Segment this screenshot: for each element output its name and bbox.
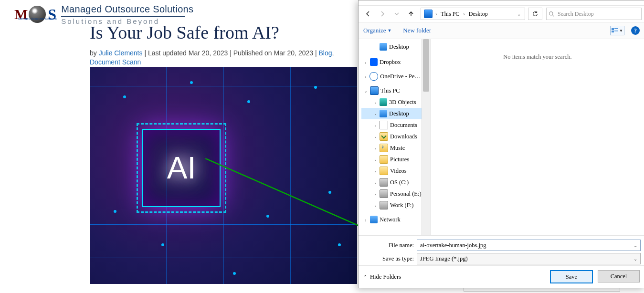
article-title: Is Your Job Safe from AI? bbox=[90, 23, 357, 43]
breadcrumb-root[interactable]: This PC bbox=[438, 10, 462, 18]
meta-updated: Last updated Mar 20, 2023 bbox=[148, 49, 228, 57]
save-button[interactable]: Save bbox=[550, 270, 593, 283]
view-options-button[interactable]: ▼ bbox=[610, 26, 624, 35]
dropbox-icon bbox=[370, 58, 378, 66]
svg-rect-4 bbox=[612, 28, 614, 30]
tree-documents[interactable]: ›Documents bbox=[361, 119, 422, 131]
logo-mark: M S bbox=[14, 6, 56, 23]
filetype-label: Save as type: bbox=[362, 255, 414, 262]
download-icon bbox=[380, 132, 388, 141]
hero-image[interactable]: AI bbox=[90, 67, 357, 284]
logo-tiny-caption: Managed Outsource Solutions bbox=[18, 17, 57, 20]
cube-icon bbox=[380, 98, 387, 106]
ai-chip-graphic: AI bbox=[142, 129, 221, 207]
pc-icon bbox=[370, 86, 379, 95]
cloud-icon bbox=[370, 72, 378, 81]
filename-fields: File name: ai-overtake-human-jobs.jpg ⌄ … bbox=[359, 235, 644, 265]
drive-icon bbox=[380, 178, 388, 187]
videos-icon bbox=[380, 167, 388, 175]
chevron-down-icon: ▼ bbox=[387, 28, 391, 33]
navpane-scrollbar[interactable] bbox=[422, 39, 430, 235]
document-icon bbox=[380, 121, 388, 129]
search-placeholder: Search Desktop bbox=[558, 10, 594, 18]
tree-network[interactable]: ›Network bbox=[361, 214, 422, 225]
tree-dropbox[interactable]: ›Dropbox bbox=[361, 56, 422, 68]
music-icon bbox=[380, 144, 388, 152]
meta-published: Published on Mar 20, 2023 bbox=[233, 49, 313, 57]
hide-folders-toggle[interactable]: ⌃ Hide Folders bbox=[363, 273, 401, 281]
tree-3d-objects[interactable]: ›3D Objects bbox=[361, 96, 422, 108]
svg-line-3 bbox=[552, 15, 554, 16]
chevron-down-icon[interactable]: ⌄ bbox=[633, 256, 637, 262]
svg-rect-5 bbox=[614, 28, 618, 29]
tree-pictures[interactable]: ›Pictures bbox=[361, 154, 422, 165]
svg-rect-7 bbox=[614, 31, 618, 31]
tree-drive-f[interactable]: ›Work (F:) bbox=[361, 199, 422, 211]
tree-desktop-quick[interactable]: Desktop bbox=[361, 41, 422, 52]
nav-up-button[interactable] bbox=[404, 7, 418, 21]
search-input[interactable]: Search Desktop bbox=[546, 8, 642, 20]
chevron-up-icon: ⌃ bbox=[363, 274, 367, 280]
drive-icon bbox=[380, 189, 388, 198]
article-meta: by Julie Clements | Last updated Mar 20,… bbox=[90, 49, 357, 67]
breadcrumb-leaf[interactable]: Desktop bbox=[466, 10, 491, 18]
article-header: Is Your Job Safe from AI? by Julie Cleme… bbox=[90, 23, 357, 67]
pc-icon bbox=[424, 10, 433, 18]
cancel-button[interactable]: Cancel bbox=[598, 270, 640, 283]
filename-label: File name: bbox=[362, 242, 414, 249]
file-list-area[interactable]: No items match your search. bbox=[431, 39, 644, 235]
chevron-down-icon[interactable]: ⌄ bbox=[633, 243, 637, 248]
filename-input[interactable]: ai-overtake-human-jobs.jpg ⌄ bbox=[417, 240, 641, 251]
by-prefix: by bbox=[90, 49, 99, 57]
desktop-icon bbox=[380, 43, 387, 51]
breadcrumb-dropdown-icon[interactable]: ⌄ bbox=[514, 11, 524, 17]
tree-drive-e[interactable]: ›Personal (E:) bbox=[361, 188, 422, 199]
logo-title: Managed Outsource Solutions bbox=[61, 4, 193, 14]
nav-back-button[interactable] bbox=[361, 7, 375, 21]
save-as-dialog: › This PC › Desktop ⌄ Search Desktop Org… bbox=[358, 0, 644, 288]
chevron-down-icon: ▼ bbox=[619, 29, 623, 33]
author-link[interactable]: Julie Clements bbox=[99, 49, 143, 57]
empty-message: No items match your search. bbox=[503, 53, 571, 61]
filetype-select[interactable]: JPEG Image (*.jpg) ⌄ bbox=[417, 253, 641, 264]
address-bar: › This PC › Desktop ⌄ Search Desktop bbox=[359, 6, 644, 22]
tree-music[interactable]: ›Music bbox=[361, 142, 422, 154]
globe-icon bbox=[29, 6, 46, 23]
tree-videos[interactable]: ›Videos bbox=[361, 165, 422, 177]
nav-forward-button[interactable] bbox=[376, 7, 389, 21]
dialog-footer: ⌃ Hide Folders Save Cancel bbox=[359, 265, 644, 288]
site-logo[interactable]: M S Managed Outsource Solutions Solution… bbox=[14, 4, 193, 25]
drive-icon bbox=[380, 201, 388, 209]
svg-rect-6 bbox=[612, 31, 614, 32]
help-button[interactable]: ? bbox=[631, 26, 640, 35]
recent-locations-button[interactable] bbox=[390, 7, 403, 21]
tree-onedrive[interactable]: ›OneDrive - Person bbox=[361, 71, 422, 82]
tree-downloads[interactable]: ›Downloads bbox=[361, 131, 422, 142]
network-icon bbox=[370, 216, 378, 223]
breadcrumb-bar[interactable]: › This PC › Desktop ⌄ bbox=[421, 8, 525, 20]
desktop-icon bbox=[380, 110, 387, 117]
cat-blog-link[interactable]: Blog bbox=[318, 49, 332, 57]
tree-this-pc[interactable]: ⌄This PC bbox=[361, 85, 422, 96]
cat-scan-link[interactable]: Document Scann bbox=[90, 58, 141, 66]
organize-menu[interactable]: Organize ▼ bbox=[363, 27, 391, 34]
refresh-button[interactable] bbox=[528, 8, 542, 20]
new-folder-button[interactable]: New folder bbox=[403, 27, 431, 34]
svg-point-2 bbox=[549, 11, 553, 15]
dialog-toolbar: Organize ▼ New folder ▼ ? bbox=[359, 22, 644, 39]
pictures-icon bbox=[380, 155, 388, 164]
tree-desktop[interactable]: ›Desktop bbox=[361, 108, 422, 119]
search-icon bbox=[549, 11, 555, 17]
navigation-pane: Desktop ›Dropbox ›OneDrive - Person ⌄Thi… bbox=[359, 39, 431, 235]
tree-drive-c[interactable]: ›OS (C:) bbox=[361, 177, 422, 188]
